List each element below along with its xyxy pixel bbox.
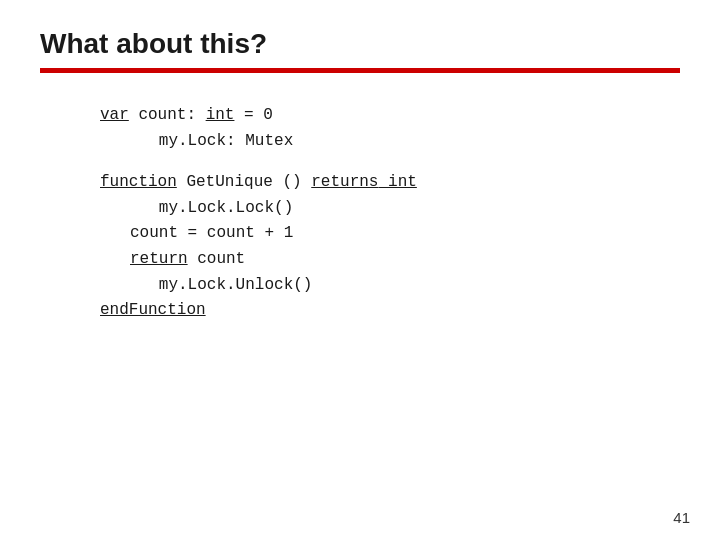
keyword-return: return	[130, 250, 188, 268]
code-line-6: return count	[100, 247, 680, 273]
keyword-int-2: int	[378, 173, 416, 191]
slide: What about this? var count: int = 0 my.L…	[0, 0, 720, 540]
keyword-var: var	[100, 106, 129, 124]
keyword-int-1: int	[206, 106, 235, 124]
code-line-5-end: + 1	[255, 224, 293, 242]
code-line-6-rest: count	[188, 250, 246, 268]
code-line-1-end: = 0	[234, 106, 272, 124]
slide-title: What about this?	[40, 28, 680, 60]
code-line-7: my.Lock.Unlock()	[100, 273, 680, 299]
code-count-1: count	[130, 224, 178, 242]
code-count-2: count	[207, 224, 255, 242]
code-line-3-rest: GetUnique ()	[177, 173, 311, 191]
page-number: 41	[673, 509, 690, 526]
code-line-8: endFunction	[100, 298, 680, 324]
code-eq: =	[178, 224, 207, 242]
keyword-function: function	[100, 173, 177, 191]
code-line-3: function GetUnique () returns int	[100, 170, 680, 196]
code-line-2: my.Lock: Mutex	[100, 129, 680, 155]
spacer-1	[100, 154, 680, 170]
code-line-1: var count: int = 0	[100, 103, 680, 129]
title-area: What about this?	[0, 0, 720, 73]
code-line-5: count = count + 1	[100, 221, 680, 247]
keyword-returns: returns	[311, 173, 378, 191]
code-area: var count: int = 0 my.Lock: Mutex functi…	[0, 73, 720, 324]
code-line-4: my.Lock.Lock()	[100, 196, 680, 222]
code-line-1-rest: count:	[129, 106, 206, 124]
keyword-endfunction: endFunction	[100, 301, 206, 319]
